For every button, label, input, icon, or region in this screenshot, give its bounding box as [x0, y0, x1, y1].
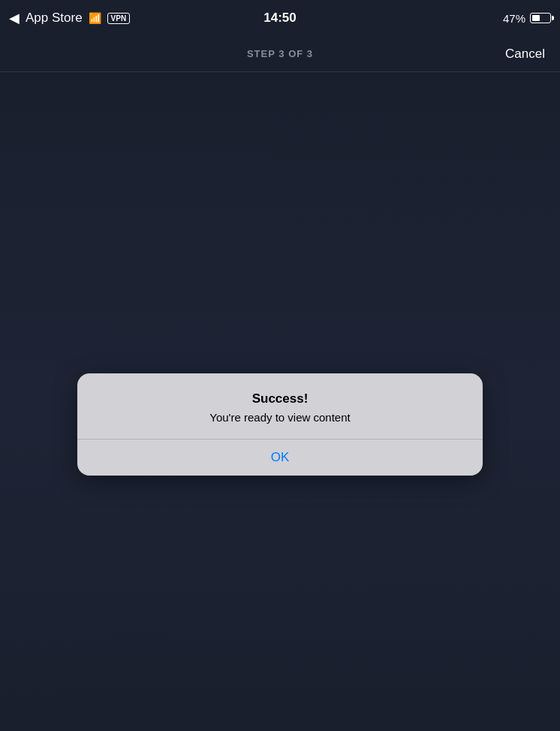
status-time: 14:50: [263, 11, 296, 26]
alert-title: Success!: [92, 391, 468, 406]
nav-bar: STEP 3 OF 3 Cancel: [0, 36, 560, 72]
alert-body: Success! You're ready to view content: [77, 373, 483, 439]
status-bar: ◀ App Store 📶 VPN 14:50 47%: [0, 0, 560, 36]
status-left: ◀ App Store 📶 VPN: [9, 10, 130, 26]
app-store-label[interactable]: App Store: [26, 11, 83, 26]
status-right: 47%: [503, 12, 551, 25]
cancel-button[interactable]: Cancel: [505, 47, 545, 62]
alert-actions: OK: [77, 440, 483, 476]
wifi-icon: 📶: [89, 12, 101, 24]
ok-button[interactable]: OK: [77, 440, 483, 476]
alert-message: You're ready to view content: [92, 411, 468, 424]
vpn-badge: VPN: [107, 13, 131, 24]
battery-fill: [532, 15, 540, 21]
main-content: Success! You're ready to view content OK: [0, 72, 560, 731]
battery-percent: 47%: [503, 12, 525, 25]
step-indicator: STEP 3 OF 3: [247, 48, 313, 59]
battery-icon: [530, 13, 551, 23]
alert-dialog: Success! You're ready to view content OK: [77, 373, 483, 476]
back-arrow-icon[interactable]: ◀: [9, 10, 20, 26]
alert-overlay: Success! You're ready to view content OK: [0, 72, 560, 731]
